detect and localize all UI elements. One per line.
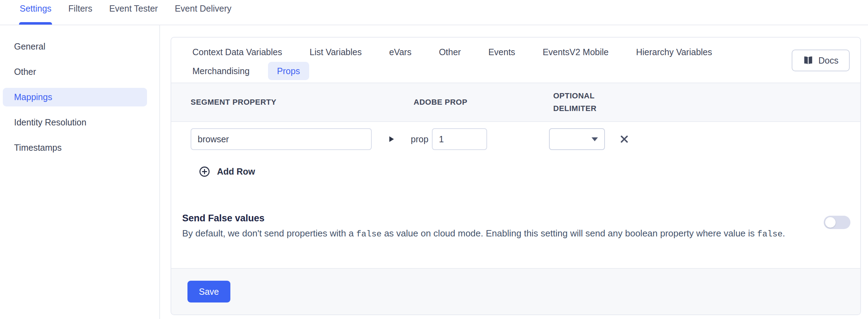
mapping-table-header: SEGMENT PROPERTY ADOBE PROP OPTIONAL DEL… [171,83,860,122]
segment-property-input[interactable] [191,128,372,150]
sidebar-item-mappings[interactable]: Mappings [3,88,147,106]
chevron-down-icon [592,137,598,141]
send-false-section: Send False values By default, we don't s… [171,213,860,241]
tab-settings[interactable]: Settings [20,0,51,25]
send-false-toggle[interactable] [824,216,850,229]
tab-events[interactable]: Events [488,43,515,61]
open-book-icon [803,55,813,66]
tab-eventsv2-mobile[interactable]: EventsV2 Mobile [543,43,609,61]
tab-filters[interactable]: Filters [68,0,92,25]
desc-text: By default, we don't send properties wit… [182,228,356,239]
circle-plus-icon [199,166,210,177]
column-header-adobe-prop: ADOBE PROP [414,96,553,109]
sidebar-item-other[interactable]: Other [3,63,147,81]
docs-button-label: Docs [818,56,838,66]
adobe-prop-prefix-label: prop [411,134,428,144]
settings-sidebar: General Other Mappings Identity Resoluti… [0,25,160,319]
variable-tab-list: Context Data Variables List Variables eV… [192,43,755,80]
sidebar-item-general[interactable]: General [3,37,147,56]
remove-row-button[interactable] [619,134,630,144]
tab-other-variables[interactable]: Other [439,43,461,61]
tab-event-delivery[interactable]: Event Delivery [175,0,231,25]
tab-event-tester[interactable]: Event Tester [109,0,158,25]
tab-list-variables[interactable]: List Variables [309,43,362,61]
table-row: prop [191,128,860,150]
tab-props[interactable]: Props [268,62,309,80]
code-false: false [757,229,783,239]
maps-to-arrow-icon [389,136,394,142]
code-false: false [356,229,382,239]
save-button[interactable]: Save [187,281,230,302]
docs-button[interactable]: Docs [792,50,850,71]
mappings-card: Context Data Variables List Variables eV… [171,37,861,315]
add-row-button[interactable]: Add Row [199,166,255,177]
column-header-optional-delimiter: OPTIONAL DELIMITER [553,90,606,115]
desc-text: . [783,228,785,239]
column-header-segment-property: SEGMENT PROPERTY [191,96,414,109]
tab-hierarchy-variables[interactable]: Hierarchy Variables [636,43,712,61]
optional-delimiter-select[interactable] [549,128,605,150]
card-footer: Save [171,268,860,314]
page-layout: General Other Mappings Identity Resoluti… [0,25,868,319]
add-row-label: Add Row [217,167,255,177]
desc-text: as value on cloud mode. Enabling this se… [382,228,757,239]
top-nav: Settings Filters Event Tester Event Deli… [0,0,868,25]
send-false-description: By default, we don't send properties wit… [182,227,812,241]
variable-tabs-block: Context Data Variables List Variables eV… [171,38,860,83]
main-area: Context Data Variables List Variables eV… [160,25,868,319]
close-icon [619,134,630,144]
adobe-prop-number-input[interactable] [432,128,487,150]
tab-evars[interactable]: eVars [389,43,411,61]
sidebar-item-identity-resolution[interactable]: Identity Resolution [3,113,147,132]
toggle-knob [825,217,836,228]
mapping-rows: prop [171,122,860,177]
send-false-title: Send False values [182,213,860,224]
tab-merchandising[interactable]: Merchandising [192,61,250,80]
tab-context-data-variables[interactable]: Context Data Variables [192,43,282,61]
sidebar-item-timestamps[interactable]: Timestamps [3,138,147,157]
